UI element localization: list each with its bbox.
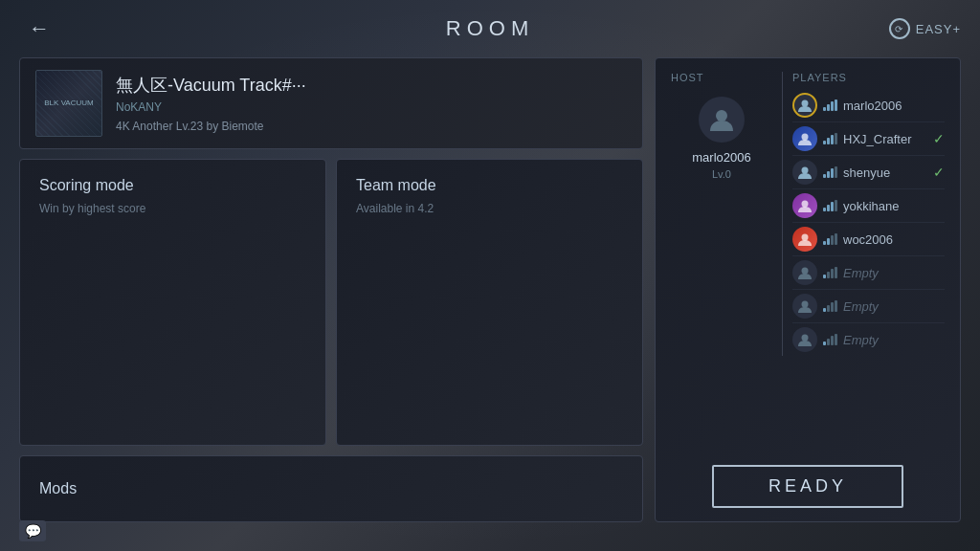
thumbnail-text: BLK VACUUM xyxy=(44,98,93,108)
player-name: Empty xyxy=(843,266,945,280)
chat-icon[interactable]: 💬 xyxy=(19,520,46,541)
team-mode-title: Team mode xyxy=(356,177,623,194)
mods-label: Mods xyxy=(39,480,77,497)
footer: 💬 xyxy=(19,520,46,541)
main-content: BLK VACUUM 無人区-Vacuum Track#··· NoKANY 4… xyxy=(0,57,980,522)
player-avatar xyxy=(792,193,817,218)
difficulty-icon: ⟳ xyxy=(889,18,910,39)
player-avatar xyxy=(792,327,817,352)
ready-check-icon: ✓ xyxy=(933,131,945,146)
player-name: yokkihane xyxy=(843,199,945,213)
mods-card[interactable]: Mods xyxy=(19,455,643,522)
player-name: marlo2006 xyxy=(843,99,945,113)
signal-icon xyxy=(823,233,837,245)
scoring-mode-card[interactable]: Scoring mode Win by highest score xyxy=(19,159,326,446)
difficulty-label: EASY+ xyxy=(916,22,961,36)
host-level: Lv.0 xyxy=(712,168,731,180)
player-name: shenyue xyxy=(843,165,927,180)
host-avatar xyxy=(699,97,745,143)
ready-button[interactable]: Ready xyxy=(712,465,903,508)
ready-btn-container: Ready xyxy=(671,465,945,508)
signal-icon xyxy=(823,334,837,345)
players-label: PLAYERS xyxy=(792,72,945,83)
player-row: HXJ_Crafter✓ xyxy=(792,122,945,156)
signal-icon xyxy=(823,166,837,178)
signal-icon xyxy=(823,300,837,312)
player-row: marlo2006 xyxy=(792,89,945,122)
player-avatar xyxy=(792,126,817,151)
host-name: marlo2006 xyxy=(692,150,750,165)
player-name: Empty xyxy=(843,299,945,314)
song-info: 無人区-Vacuum Track#··· NoKANY 4K Another L… xyxy=(116,74,627,133)
song-thumbnail: BLK VACUUM xyxy=(35,70,102,137)
header: ← ROOM ⟳ EASY+ xyxy=(0,0,980,57)
player-avatar xyxy=(792,227,817,252)
svg-point-5 xyxy=(802,234,809,241)
signal-icon xyxy=(823,267,837,278)
svg-point-7 xyxy=(802,301,809,308)
player-avatar xyxy=(792,260,817,285)
player-row: Empty xyxy=(792,256,945,290)
player-name: HXJ_Crafter xyxy=(843,132,927,146)
right-panel: HOST marlo2006 Lv.0 PLAYERS marlo2006HXJ… xyxy=(655,57,961,522)
panel-columns: HOST marlo2006 Lv.0 PLAYERS marlo2006HXJ… xyxy=(671,72,945,356)
scoring-mode-title: Scoring mode xyxy=(39,177,306,194)
song-meta: 4K Another Lv.23 by Biemote xyxy=(116,120,627,133)
signal-icon xyxy=(823,133,837,144)
host-label: HOST xyxy=(671,72,704,83)
team-mode-card[interactable]: Team mode Available in 4.2 xyxy=(336,159,643,446)
ready-check-icon: ✓ xyxy=(933,165,945,180)
svg-point-6 xyxy=(802,268,809,275)
modes-row: Scoring mode Win by highest score Team m… xyxy=(19,159,643,446)
player-row: Empty xyxy=(792,290,945,323)
svg-point-8 xyxy=(802,335,809,342)
player-row: yokkihane xyxy=(792,189,945,223)
left-panel: BLK VACUUM 無人区-Vacuum Track#··· NoKANY 4… xyxy=(19,57,643,522)
player-avatar xyxy=(792,294,817,319)
player-avatar xyxy=(792,93,817,118)
player-avatar xyxy=(792,160,817,185)
svg-point-0 xyxy=(716,110,727,121)
page-title: ROOM xyxy=(446,16,534,41)
signal-icon xyxy=(823,99,837,111)
song-name: 無人区-Vacuum Track#··· xyxy=(116,74,627,97)
host-section: HOST marlo2006 Lv.0 xyxy=(671,72,772,356)
song-artist: NoKANY xyxy=(116,100,627,114)
player-name: Empty xyxy=(843,333,945,347)
svg-point-3 xyxy=(802,167,809,174)
svg-point-1 xyxy=(802,100,809,107)
difficulty-badge: ⟳ EASY+ xyxy=(889,18,961,39)
players-list: marlo2006HXJ_Crafter✓shenyue✓yokkihanewo… xyxy=(792,89,945,356)
svg-point-2 xyxy=(802,134,809,141)
player-row: shenyue✓ xyxy=(792,156,945,189)
scoring-mode-desc: Win by highest score xyxy=(39,202,306,215)
player-row: Empty xyxy=(792,323,945,356)
svg-point-4 xyxy=(802,201,809,208)
player-row: woc2006 xyxy=(792,223,945,256)
song-card[interactable]: BLK VACUUM 無人区-Vacuum Track#··· NoKANY 4… xyxy=(19,57,643,149)
divider xyxy=(782,72,783,356)
players-section: PLAYERS marlo2006HXJ_Crafter✓shenyue✓yok… xyxy=(792,72,945,356)
team-mode-desc: Available in 4.2 xyxy=(356,202,623,215)
player-name: woc2006 xyxy=(843,232,945,247)
signal-icon xyxy=(823,200,837,211)
back-button[interactable]: ← xyxy=(19,11,59,47)
